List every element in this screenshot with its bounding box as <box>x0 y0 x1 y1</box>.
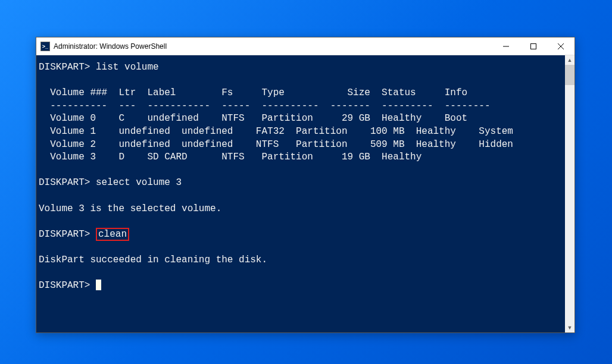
scroll-down-arrow[interactable]: ▼ <box>565 323 574 332</box>
scroll-up-arrow[interactable]: ▲ <box>565 55 574 65</box>
window-controls <box>492 37 574 55</box>
terminal[interactable]: DISKPART> list volume Volume ### Ltr Lab… <box>36 55 565 332</box>
powershell-icon: >_ <box>40 42 50 51</box>
close-button[interactable] <box>547 37 574 55</box>
svg-rect-1 <box>531 43 536 49</box>
minimize-button[interactable] <box>492 37 520 55</box>
scroll-thumb[interactable] <box>565 65 574 85</box>
cursor <box>96 280 101 290</box>
scrollbar[interactable]: ▲ ▼ <box>565 55 574 332</box>
powershell-window: >_ Administrator: Windows PowerShell DIS… <box>36 37 575 333</box>
highlighted-command: clean <box>96 228 129 241</box>
terminal-wrapper: DISKPART> list volume Volume ### Ltr Lab… <box>36 55 574 332</box>
titlebar[interactable]: >_ Administrator: Windows PowerShell <box>36 37 574 55</box>
maximize-button[interactable] <box>520 37 547 55</box>
window-title: Administrator: Windows PowerShell <box>54 42 492 51</box>
